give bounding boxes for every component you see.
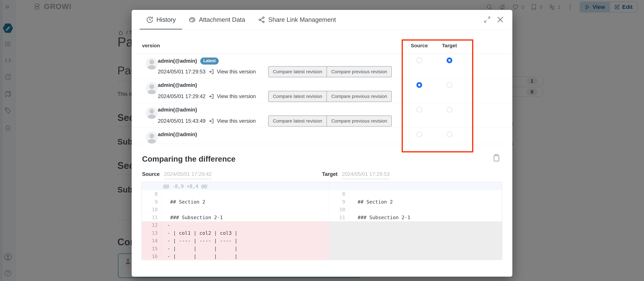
version-row: admin(@admin) Latest 2024/05/01 15:43:49… [132,103,512,128]
line-code: - | col1 | col2 | col3 | [162,229,329,237]
line-code: - [162,221,329,229]
line-number [329,245,349,253]
source-radio[interactable] [416,132,422,137]
attachment-icon [188,16,196,24]
line-code: - | | | | [162,252,329,260]
diff-line: 16 - | | | | [142,252,329,260]
line-code [349,237,502,245]
comparing-heading: Comparing the difference [142,154,236,164]
source-radio[interactable] [416,82,422,88]
diff-line: 14 - | ---- | ---- | ---- | [142,237,329,245]
user-avatar [146,132,158,144]
modal-tabs: History Attachment Data Share Link Manag… [132,10,512,30]
target-radio[interactable] [446,132,452,137]
tab-share-label: Share Link Management [268,16,336,23]
target-date: 2024/05/01 17:29:53 [342,171,390,179]
user-avatar [146,58,158,70]
line-code: ## Section 2 [162,198,329,206]
version-rows: admin(@admin) Latest 2024/05/01 17:29:53… [132,54,512,144]
source-radio[interactable] [416,58,422,63]
line-number: 8 [329,190,349,198]
diff-line [329,237,502,245]
line-number: 15 [142,245,162,253]
view-this-version-link[interactable]: View this version [208,94,256,100]
line-code [349,221,502,229]
revision-date: 2024/05/01 15:43:49 [158,118,208,124]
line-number: 16 [142,252,162,260]
row-author-line: admin(@admin) Latest [158,82,197,88]
tab-history[interactable]: History [140,10,182,30]
row-author-line: admin(@admin) Latest [158,107,197,113]
compare-latest-revision-button[interactable]: Compare latest revision [268,66,326,77]
source-radio[interactable] [416,107,422,112]
line-code: ### Subsection 2-1 [349,214,502,222]
author-name: admin(@admin) [158,107,197,113]
diff-line: 15 - | | | | [142,245,329,253]
line-code [349,206,502,214]
line-number [329,221,349,229]
page-history-modal: History Attachment Data Share Link Manag… [132,10,512,277]
sign-in-arrow-icon [208,94,214,100]
row-detail-line: 2024/05/01 17:29:53 View this version Co… [158,66,512,77]
compare-previous-revision-button[interactable]: Compare previous revision [326,66,392,77]
compare-button-group: Compare latest revision Compare previous… [268,116,392,126]
modal-header: History Attachment Data Share Link Manag… [132,10,512,30]
row-detail-line: 2024/05/01 17:29:42 View this version Co… [158,91,512,102]
row-detail-line: 2024/05/01 15:43:49 View this version Co… [158,116,512,126]
line-number: 12 [142,221,162,229]
diff-body: 8 9 ## Section 2 10 [142,190,502,260]
diff-hunk-header: @@ -8,9 +8,4 @@ [142,182,502,190]
revision-date: 2024/05/01 17:29:53 [158,69,208,75]
line-number: 10 [142,206,162,214]
compare-button-group: Compare latest revision Compare previous… [268,66,392,77]
line-number: 11 [329,214,349,222]
sign-in-arrow-icon [208,69,214,75]
line-code [349,190,502,198]
target-radio[interactable] [446,82,452,88]
diff-line: 8 [142,190,329,198]
row-author-line: admin(@admin) Latest [158,58,219,64]
revision-date: 2024/05/01 17:29:42 [158,94,208,100]
clipboard-icon[interactable] [492,154,500,162]
line-code: - | ---- | ---- | ---- | [162,237,329,245]
compare-latest-revision-button[interactable]: Compare latest revision [268,116,326,126]
compare-previous-revision-button[interactable]: Compare previous revision [326,116,392,126]
compare-latest-revision-button[interactable]: Compare latest revision [268,91,326,102]
author-name: admin(@admin) [158,82,197,88]
line-code: - | | | | [162,245,329,253]
line-code [349,252,502,260]
source-column-header: Source [405,43,434,48]
target-radio[interactable] [446,58,452,63]
view-this-version-link[interactable]: View this version [208,118,256,124]
diff-line: 11 ### Subsection 2-1 [142,214,329,222]
close-icon[interactable] [496,15,505,24]
version-table-header: version Source Target [132,30,512,54]
share-icon [258,16,265,24]
target-radio[interactable] [446,107,452,112]
diff-line: 13 - | col1 | col2 | col3 | [142,229,329,237]
line-number [329,237,349,245]
growi-screen: GROWI 0 0 1 View [0,0,644,281]
view-this-version-label: View this version [217,69,256,75]
diff-line [329,229,502,237]
tab-attachment-data[interactable]: Attachment Data [182,10,252,30]
diff-viewer: @@ -8,9 +8,4 @@ 8 9 ## Section 2 [142,182,502,260]
compare-previous-revision-button[interactable]: Compare previous revision [326,91,392,102]
diff-target-pane: 8 9 ## Section 2 10 [329,190,502,260]
version-column-header: version [142,43,160,48]
author-name: admin(@admin) [158,132,197,138]
view-this-version-label: View this version [217,118,256,124]
diff-line [329,245,502,253]
line-code [162,190,329,198]
source-label: Source [142,171,160,177]
expand-icon[interactable] [483,16,491,24]
tab-share-link-management[interactable]: Share Link Management [252,10,342,30]
hunk-header-right [329,182,502,190]
diff-line [329,221,502,229]
view-this-version-link[interactable]: View this version [208,69,256,75]
line-code: ### Subsection 2-1 [162,214,329,222]
row-author-line: admin(@admin) Latest [158,132,197,138]
history-icon [146,16,154,24]
view-this-version-label: View this version [217,94,256,100]
source-target-line: Source2024/05/01 17:29:42 Target2024/05/… [142,171,502,181]
